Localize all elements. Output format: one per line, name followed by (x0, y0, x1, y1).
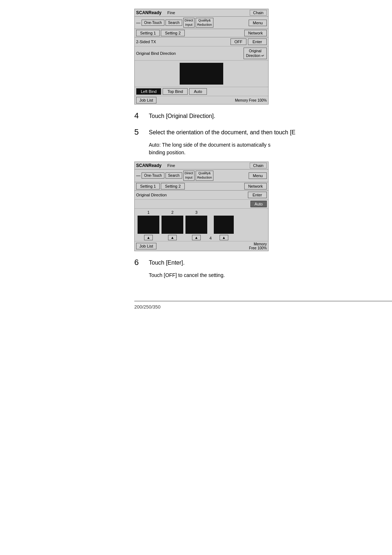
step6-text: Touch [Enter]. (149, 258, 185, 267)
step5-text: Select the orientation of the document, … (149, 127, 295, 137)
direct-input-button-1[interactable]: DirectInput (183, 18, 195, 28)
footer-line: 200/250/350 (134, 301, 392, 310)
orient-label-3: 3 (195, 210, 197, 215)
menu-button-2[interactable]: Menu (249, 172, 267, 179)
job-list-button-1[interactable]: Job List (136, 97, 156, 103)
fine-label-1: Fine (167, 11, 175, 15)
chain-button-1[interactable]: Chain (250, 10, 267, 16)
bind-preview-image (180, 63, 223, 85)
scanner-top-left-2: SCANReady Fine (136, 163, 175, 168)
enter-button-2[interactable]: Enter (248, 192, 267, 198)
two-sided-tx-row: 2-Sided TX OFF Enter (135, 37, 268, 46)
enter-button-1[interactable]: Enter (248, 38, 267, 45)
orientation-grid: 1 ▲ 2 ▲ 3 ▲ 4 (135, 209, 268, 241)
auto-btn-row: Auto (135, 200, 268, 209)
auto-button-2[interactable]: Auto (250, 201, 267, 207)
original-bind-dir-row: Original Bind Direction OriginalDirectio… (135, 46, 268, 61)
step5-number: 5 (134, 127, 146, 137)
memory-pct-2: 100% (257, 246, 267, 250)
memory-pct-1: 100% (257, 98, 267, 102)
setting2-tab-2[interactable]: Setting 2 (161, 183, 184, 189)
step4-block: 4 Touch [Original Direction]. (134, 111, 392, 121)
scanner-btn-row-2: — One-Touch Search DirectInput Quality&R… (135, 170, 268, 182)
network-tab-2[interactable]: Network (244, 183, 267, 189)
one-touch-button-2[interactable]: One-Touch (142, 172, 164, 179)
orient-col-3: 3 ▲ (185, 210, 207, 240)
chain-button-2[interactable]: Chain (250, 163, 267, 168)
scanner-panel-2: SCANReady Fine Chain — One-Touch Search … (134, 162, 269, 251)
auto-button-1[interactable]: Auto (189, 88, 207, 95)
top-bind-button[interactable]: Top Bind (163, 88, 188, 95)
setting1-tab-1[interactable]: Setting 1 (136, 30, 160, 36)
memory-free-label-1: Memory Free (235, 98, 256, 102)
fine-label-2: Fine (167, 163, 175, 168)
left-bind-button[interactable]: Left Bind (136, 88, 161, 95)
bind-buttons-row: Left Bind Top Bind Auto (135, 87, 268, 96)
quality-reduction-button-2[interactable]: Quality&Reduction (196, 171, 213, 180)
orient-arrow-3[interactable]: ▲ (192, 235, 201, 240)
memory-free-2: MemoryFree 100% (249, 242, 267, 250)
scanner-tab-row-1: Setting 1 Setting 2 Network (135, 29, 268, 37)
dash-label-1: — (136, 20, 140, 25)
bind-image-area (135, 61, 268, 87)
step6-number: 6 (134, 258, 146, 267)
scan-ready-label-2: SCANReady (136, 163, 162, 168)
quality-reduction-button-1[interactable]: Quality&Reduction (196, 18, 213, 28)
scanner-top-bar-1: SCANReady Fine Chain (135, 9, 268, 17)
setting2-tab-1[interactable]: Setting 2 (161, 30, 184, 36)
orient-label-2: 2 (171, 210, 173, 215)
step5-sub-content: Auto: The long side of the document is a… (149, 142, 270, 155)
orient-col-1: 1 ▲ (138, 210, 159, 240)
network-tab-1[interactable]: Network (244, 30, 267, 36)
direct-input-button-2[interactable]: DirectInput (183, 171, 195, 180)
step6-subtext: Touch [OFF] to cancel the setting. (149, 272, 392, 279)
scanner-panel-1: SCANReady Fine Chain — One-Touch Search … (134, 9, 269, 105)
orient-label-1: 1 (147, 210, 150, 215)
orient-label-4: 4 (209, 236, 212, 240)
step5-block: 5 Select the orientation of the document… (134, 127, 392, 137)
orient-col-4: 4 (209, 236, 212, 240)
scan-ready-label-1: SCANReady (136, 10, 162, 15)
scanner-top-bar-2: SCANReady Fine Chain (135, 162, 268, 170)
original-direction-button[interactable]: OriginalDirection ↵ (244, 48, 267, 59)
orient-image-4 (214, 216, 234, 234)
step6-block: 6 Touch [Enter]. (134, 258, 392, 267)
scanner-footer-2: Job List MemoryFree 100% (135, 241, 268, 251)
setting1-tab-2[interactable]: Setting 1 (136, 183, 160, 189)
original-bind-dir-label: Original Bind Direction (136, 51, 242, 56)
off-button[interactable]: OFF (230, 38, 246, 45)
step5-subtext: Auto: The long side of the document is a… (149, 141, 392, 156)
orient-image-1 (138, 216, 159, 234)
scanner-btn-row-1: — One-Touch Search DirectInput Quality&R… (135, 17, 268, 29)
search-button-2[interactable]: Search (166, 172, 182, 179)
orient-image-2 (162, 216, 183, 234)
step4-text: Touch [Original Direction]. (149, 111, 215, 121)
job-list-button-2[interactable]: Job List (136, 243, 156, 249)
scanner-tab-row-2: Setting 1 Setting 2 Network (135, 182, 268, 191)
step6-sub-content: Touch [OFF] to cancel the setting. (149, 272, 225, 278)
orient-arrow-4[interactable]: ▲ (220, 235, 228, 240)
orient-col-2: 2 ▲ (162, 210, 183, 240)
original-direction-label: Original Direction (136, 193, 246, 197)
orient-image-3 (185, 216, 207, 234)
menu-button-1[interactable]: Menu (249, 20, 267, 26)
scanner-top-left-1: SCANReady Fine (136, 10, 175, 15)
page-ref: 200/250/350 (134, 304, 160, 310)
memory-free-1: Memory Free 100% (235, 98, 267, 102)
dash-label-2: — (136, 173, 140, 178)
orient-arrow-1[interactable]: ▲ (144, 235, 153, 240)
one-touch-button-1[interactable]: One-Touch (142, 20, 164, 26)
orient-arrow-2[interactable]: ▲ (168, 235, 177, 240)
scanner-footer-1: Job List Memory Free 100% (135, 96, 268, 104)
search-button-1[interactable]: Search (166, 20, 182, 26)
two-sided-tx-label: 2-Sided TX (136, 40, 229, 44)
orient-col-5: ▲ (214, 216, 234, 240)
original-direction-row: Original Direction Enter (135, 191, 268, 200)
step4-number: 4 (134, 111, 146, 121)
